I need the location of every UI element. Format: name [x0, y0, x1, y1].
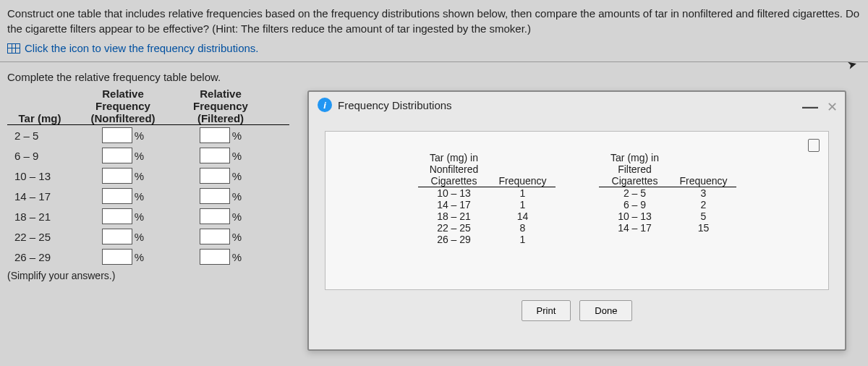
nonfiltered-input-1[interactable] [102, 148, 132, 163]
table-row: 26 – 29 % % [7, 247, 289, 267]
simplify-note: (Simplify your answers.) [7, 270, 289, 281]
minimize-icon[interactable]: — [802, 98, 818, 116]
filtered-input-4[interactable] [200, 208, 230, 224]
header-filtered: Relative Frequency (Filtered) [174, 88, 268, 124]
close-icon[interactable]: ✕ [827, 99, 838, 115]
nonfiltered-data-table: Tar (mg) in Nonfiltered Cigarettes Frequ… [418, 152, 556, 245]
copy-icon[interactable] [808, 139, 820, 152]
view-distributions-link[interactable]: Click the icon to view the frequency dis… [0, 39, 868, 62]
filtered-input-6[interactable] [200, 249, 230, 265]
table-row: 14 – 17 % % [7, 186, 289, 206]
table-icon [7, 43, 20, 54]
filtered-input-1[interactable] [200, 148, 230, 163]
view-link-text: Click the icon to view the frequency dis… [25, 42, 259, 54]
filtered-data-table: Tar (mg) in Filtered Cigarettes Frequenc… [599, 152, 736, 245]
nonfiltered-input-6[interactable] [102, 249, 132, 265]
prompt-text: Complete the relative frequency table be… [7, 71, 289, 83]
nonfiltered-input-3[interactable] [102, 188, 132, 204]
question-text: Construct one table that includes relati… [0, 0, 868, 39]
done-button[interactable]: Done [579, 300, 632, 321]
table-row: 2 – 5 % % [7, 125, 289, 145]
filtered-input-5[interactable] [200, 229, 230, 244]
table-row: 6 – 9 % % [7, 145, 289, 166]
frequency-distributions-modal: i Frequency Distributions — ✕ Tar (mg) i… [307, 90, 846, 351]
nonfiltered-input-0[interactable] [102, 127, 132, 143]
table-row: 22 – 25 % % [7, 226, 289, 247]
table-row: 10 – 13 % % [7, 166, 289, 186]
filtered-input-2[interactable] [200, 168, 230, 184]
filtered-input-3[interactable] [200, 188, 230, 204]
nonfiltered-input-2[interactable] [102, 168, 132, 184]
nonfiltered-input-4[interactable] [102, 208, 132, 224]
header-tar: Tar (mg) [7, 88, 72, 124]
info-icon: i [318, 98, 332, 112]
relative-frequency-table: Tar (mg) Relative Frequency (Nonfiltered… [7, 88, 289, 267]
header-nonfiltered: Relative Frequency (Nonfiltered) [72, 88, 174, 124]
filtered-input-0[interactable] [200, 127, 230, 143]
modal-title: Frequency Distributions [338, 99, 452, 111]
nonfiltered-input-5[interactable] [102, 229, 132, 244]
table-row: 18 – 21 % % [7, 206, 289, 226]
print-button[interactable]: Print [522, 300, 571, 321]
